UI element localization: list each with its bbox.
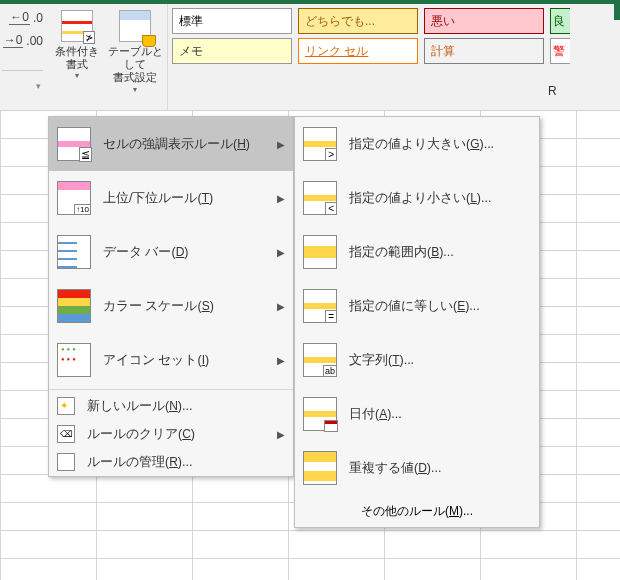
menu-item-label: 指定の値より小さい(L)... xyxy=(349,190,531,207)
clear-icon xyxy=(57,425,75,443)
cell-style-bad[interactable]: 悪い xyxy=(424,8,544,34)
cell-style-memo[interactable]: メモ xyxy=(172,38,292,64)
menu-item-label: 指定の範囲内(B)... xyxy=(349,244,531,261)
menu-item-clear[interactable]: ルールのクリア(C)▶ xyxy=(49,420,293,448)
menu-item-new[interactable]: 新しいルール(N)... xyxy=(49,392,293,420)
conditional-formatting-menu: セルの強調表示ルール(H)▶上位/下位ルール(T)▶データ バー(D)▶カラー … xyxy=(48,116,294,477)
menu-item-label: データ バー(D) xyxy=(103,244,265,261)
submenu-arrow-icon: ▶ xyxy=(277,429,285,440)
menu-item-label: 指定の値に等しい(E)... xyxy=(349,298,531,315)
submenu-arrow-icon: ▶ xyxy=(277,193,285,204)
new-icon xyxy=(57,397,75,415)
menu-item-gt[interactable]: 指定の値より大きい(G)... xyxy=(295,117,539,171)
text-icon xyxy=(303,343,337,377)
menu-item-label: カラー スケール(S) xyxy=(103,298,265,315)
menu-item-databar[interactable]: データ バー(D)▶ xyxy=(49,225,293,279)
column-header-R[interactable]: R xyxy=(548,84,557,98)
number-format-fragment: ←0.0 →0.00 ▾ xyxy=(0,4,45,110)
menu-item-label: 新しいルール(N)... xyxy=(87,398,285,415)
highlight-icon xyxy=(57,127,91,161)
ribbon: ←0.0 →0.00 ▾ 条件付き 書式 ▾ テーブルとして 書式設定 ▾ 標準… xyxy=(0,0,620,110)
between-icon xyxy=(303,235,337,269)
date-icon xyxy=(303,397,337,431)
menu-item-highlight[interactable]: セルの強調表示ルール(H)▶ xyxy=(49,117,293,171)
menu-item-label: アイコン セット(I) xyxy=(103,352,265,369)
cell-style-neutral[interactable]: どちらでも... xyxy=(298,8,418,34)
menu-item-label: 重複する値(D)... xyxy=(349,460,531,477)
menu-item-equal[interactable]: 指定の値に等しい(E)... xyxy=(295,279,539,333)
format-as-table-button[interactable]: テーブルとして 書式設定 ▾ xyxy=(107,10,163,108)
menu-item-label: ルールの管理(R)... xyxy=(87,454,285,471)
menu-item-more-rules[interactable]: その他のルール(M)... xyxy=(295,495,539,527)
menu-item-lt[interactable]: 指定の値より小さい(L)... xyxy=(295,171,539,225)
table-format-icon xyxy=(119,10,151,42)
cell-style-good[interactable]: 良 xyxy=(550,8,570,34)
manage-icon xyxy=(57,453,75,471)
dup-icon xyxy=(303,451,337,485)
menu-item-manage[interactable]: ルールの管理(R)... xyxy=(49,448,293,476)
menu-item-top[interactable]: 上位/下位ルール(T)▶ xyxy=(49,171,293,225)
cell-style-link[interactable]: リンク セル xyxy=(298,38,418,64)
menu-item-between[interactable]: 指定の範囲内(B)... xyxy=(295,225,539,279)
submenu-arrow-icon: ▶ xyxy=(277,247,285,258)
menu-item-label: セルの強調表示ルール(H) xyxy=(103,136,265,153)
conditional-formatting-icon xyxy=(61,10,93,42)
menu-item-iconset[interactable]: アイコン セット(I)▶ xyxy=(49,333,293,387)
cell-style-calc[interactable]: 計算 xyxy=(424,38,544,64)
menu-item-label: 指定の値より大きい(G)... xyxy=(349,136,531,153)
menu-item-scale[interactable]: カラー スケール(S)▶ xyxy=(49,279,293,333)
chevron-down-icon: ▾ xyxy=(75,71,79,80)
menu-item-text[interactable]: 文字列(T)... xyxy=(295,333,539,387)
menu-item-label: ルールのクリア(C) xyxy=(87,426,265,443)
databar-icon xyxy=(57,235,91,269)
submenu-arrow-icon: ▶ xyxy=(277,355,285,366)
styles-group: 条件付き 書式 ▾ テーブルとして 書式設定 ▾ xyxy=(45,4,168,110)
top-icon xyxy=(57,181,91,215)
menu-item-label: 日付(A)... xyxy=(349,406,531,423)
highlight-cells-submenu: 指定の値より大きい(G)...指定の値より小さい(L)...指定の範囲内(B).… xyxy=(294,116,540,528)
equal-icon xyxy=(303,289,337,323)
scale-icon xyxy=(57,289,91,323)
iconset-icon xyxy=(57,343,91,377)
chevron-down-icon: ▾ xyxy=(133,85,137,94)
conditional-formatting-button[interactable]: 条件付き 書式 ▾ xyxy=(49,10,105,108)
submenu-arrow-icon: ▶ xyxy=(277,301,285,312)
gt-icon xyxy=(303,127,337,161)
menu-item-dup[interactable]: 重複する値(D)... xyxy=(295,441,539,495)
submenu-arrow-icon: ▶ xyxy=(277,139,285,150)
menu-item-label: 文字列(T)... xyxy=(349,352,531,369)
cell-style-warn[interactable]: 警 xyxy=(550,38,570,64)
menu-item-label: 上位/下位ルール(T) xyxy=(103,190,265,207)
cell-style-normal[interactable]: 標準 xyxy=(172,8,292,34)
cell-styles-gallery[interactable]: 標準 どちらでも... 悪い 良 メモ リンク セル 計算 警 xyxy=(168,4,574,110)
menu-item-date[interactable]: 日付(A)... xyxy=(295,387,539,441)
lt-icon xyxy=(303,181,337,215)
